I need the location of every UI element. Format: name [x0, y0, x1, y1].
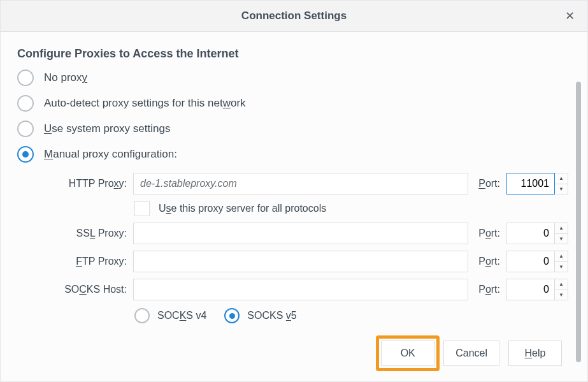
radio-icon[interactable]: [17, 146, 34, 163]
socks-version-row: SOCKS v4 SOCKS v5: [134, 308, 568, 323]
socks-port-wrap: ▲▼: [506, 279, 568, 300]
ok-button-highlight: OK: [381, 341, 434, 366]
proxy-mode-manual[interactable]: Manual proxy configuration:: [17, 146, 568, 163]
ftp-proxy-label: FTP Proxy:: [50, 256, 127, 267]
http-port-label: Port:: [478, 178, 500, 189]
dialog-body: Configure Proxies to Access the Internet…: [1, 32, 587, 381]
socks-v4-label: SOCKS v4: [157, 310, 206, 321]
ssl-port-wrap: ▲▼: [506, 223, 568, 244]
socks-port-input[interactable]: [506, 279, 555, 300]
http-proxy-input[interactable]: [133, 173, 468, 195]
ssl-proxy-input[interactable]: [133, 223, 468, 244]
connection-settings-window: Connection Settings ✕ Configure Proxies …: [0, 0, 588, 382]
proxy-fields: HTTP Proxy: Port: ▲▼ Use this proxy serv…: [50, 173, 568, 323]
ftp-port-wrap: ▲▼: [506, 251, 568, 272]
radio-icon[interactable]: [134, 308, 150, 323]
socks-host-row: SOCKS Host: Port: ▲▼: [50, 279, 568, 300]
ssl-proxy-label: SSL Proxy:: [50, 228, 127, 239]
radio-icon[interactable]: [17, 95, 34, 112]
http-port-spinner[interactable]: ▲▼: [555, 173, 568, 195]
socks-host-label: SOCKS Host:: [50, 284, 127, 295]
ftp-proxy-input[interactable]: [133, 251, 468, 272]
scrollbar[interactable]: [576, 82, 581, 362]
http-port-input[interactable]: [506, 173, 555, 195]
spin-up-icon[interactable]: ▲: [555, 251, 568, 262]
titlebar: Connection Settings ✕: [1, 1, 587, 32]
proxy-mode-auto-detect[interactable]: Auto-detect proxy settings for this netw…: [17, 95, 568, 112]
socks-v5-option[interactable]: SOCKS v5: [224, 308, 296, 323]
ftp-port-label: Port:: [478, 256, 500, 267]
socks-host-input[interactable]: [133, 279, 468, 300]
radio-icon[interactable]: [17, 121, 34, 137]
ok-button[interactable]: OK: [381, 341, 434, 366]
ftp-port-spinner[interactable]: ▲▼: [555, 251, 568, 272]
spin-up-icon[interactable]: ▲: [555, 279, 568, 290]
spin-up-icon[interactable]: ▲: [555, 173, 568, 184]
radio-icon[interactable]: [224, 308, 240, 323]
spin-down-icon[interactable]: ▼: [555, 184, 568, 195]
help-button[interactable]: Help: [508, 341, 562, 366]
close-icon[interactable]: ✕: [561, 6, 578, 26]
socks-v5-label: SOCKS v5: [247, 310, 296, 321]
dialog-footer: OK Cancel Help: [17, 341, 568, 370]
ftp-proxy-row: FTP Proxy: Port: ▲▼: [50, 251, 568, 272]
content-area: Configure Proxies to Access the Internet…: [1, 32, 587, 381]
ssl-port-input[interactable]: [506, 223, 555, 244]
socks-v4-option[interactable]: SOCKS v4: [134, 308, 206, 323]
use-for-all-checkbox[interactable]: [134, 201, 150, 216]
radio-icon[interactable]: [17, 70, 34, 86]
socks-port-spinner[interactable]: ▲▼: [555, 279, 568, 300]
ftp-port-input[interactable]: [506, 251, 555, 272]
option-label: Manual proxy configuration:: [44, 148, 177, 161]
use-for-all-label: Use this proxy server for all protocols: [159, 203, 326, 214]
http-port-wrap: ▲▼: [506, 173, 568, 195]
window-title: Connection Settings: [241, 10, 347, 22]
spin-down-icon[interactable]: ▼: [555, 290, 568, 300]
proxy-mode-system[interactable]: Use system proxy settings: [17, 121, 568, 137]
ssl-port-label: Port:: [478, 228, 500, 239]
option-label: Auto-detect proxy settings for this netw…: [44, 97, 246, 110]
spin-down-icon[interactable]: ▼: [555, 262, 568, 272]
ssl-proxy-row: SSL Proxy: Port: ▲▼: [50, 223, 568, 244]
socks-port-label: Port:: [478, 284, 500, 295]
ssl-port-spinner[interactable]: ▲▼: [555, 223, 568, 244]
section-heading: Configure Proxies to Access the Internet: [17, 47, 568, 61]
spin-up-icon[interactable]: ▲: [555, 223, 568, 234]
http-proxy-row: HTTP Proxy: Port: ▲▼: [50, 173, 568, 195]
option-label: Use system proxy settings: [44, 122, 170, 135]
proxy-mode-no-proxy[interactable]: No proxy: [17, 70, 568, 86]
option-label: No proxy: [44, 71, 87, 84]
spin-down-icon[interactable]: ▼: [555, 234, 568, 244]
http-proxy-label: HTTP Proxy:: [50, 178, 127, 189]
use-for-all-row[interactable]: Use this proxy server for all protocols: [134, 201, 568, 216]
cancel-button[interactable]: Cancel: [443, 341, 499, 366]
